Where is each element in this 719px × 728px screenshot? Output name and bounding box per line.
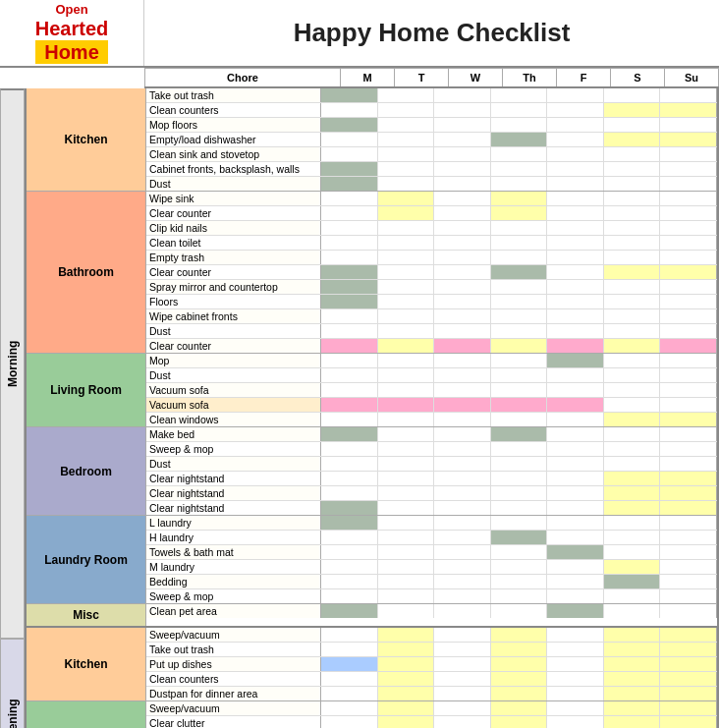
day-cell [604, 457, 661, 471]
chore-rows-kitchen-evening: Sweep/vacuumTake out trashPut up dishesC… [146, 628, 717, 700]
day-cells [321, 295, 717, 308]
day-cell [660, 295, 717, 308]
chore-name: Clear nightstand [146, 501, 321, 515]
chore-rows-kitchen-morning: Take out trashClean countersMop floorsEm… [146, 88, 717, 191]
chore-name: Mop floors [146, 118, 321, 132]
day-cell [547, 265, 604, 279]
day-cell [547, 687, 604, 700]
day-cell [321, 604, 378, 618]
day-cell [547, 162, 604, 176]
day-header-su: Su [665, 69, 719, 86]
day-cells [321, 575, 717, 588]
day-cell [434, 575, 491, 588]
room-label-livingroom-evening: Living Room [27, 701, 146, 728]
day-cell [547, 589, 604, 603]
day-cell [547, 560, 604, 574]
day-cell [491, 192, 548, 205]
chore-row: Vacuum sofa [146, 398, 717, 413]
day-cells [321, 192, 717, 205]
day-cell [491, 657, 548, 671]
day-cell [604, 442, 661, 456]
day-cell [660, 672, 717, 686]
logo-home: Home [35, 40, 108, 64]
day-cell [660, 687, 717, 700]
day-cell [491, 251, 548, 264]
day-cell [378, 265, 435, 279]
day-cell [660, 560, 717, 574]
day-cell [604, 472, 661, 485]
day-cell [491, 383, 548, 397]
day-cell [660, 457, 717, 471]
chore-name: Dust [146, 368, 321, 382]
day-cell [660, 177, 717, 191]
chore-name: Vacuum sofa [146, 383, 321, 397]
day-cell [378, 295, 435, 308]
day-cell [321, 147, 378, 161]
chore-rows-livingroom-evening: Sweep/vacuumClear clutterClear clutterCl… [146, 701, 717, 728]
day-cell [321, 192, 378, 205]
chore-name: Clear nightstand [146, 486, 321, 500]
page-title: Happy Home Checklist [144, 8, 719, 58]
day-cell [491, 221, 548, 235]
day-cell [491, 236, 548, 250]
chore-name: Clean counters [146, 103, 321, 117]
chore-row: H laundry [146, 531, 717, 545]
day-cells [321, 589, 717, 603]
day-header-t: T [395, 69, 449, 86]
day-cell [547, 221, 604, 235]
day-cells [321, 687, 717, 700]
day-cell [547, 147, 604, 161]
day-cell [660, 354, 717, 367]
day-cell [321, 643, 378, 656]
day-cell [321, 501, 378, 515]
day-cell [434, 398, 491, 412]
day-cell [434, 486, 491, 500]
day-cell [491, 628, 548, 642]
day-cell [660, 147, 717, 161]
chore-name: Dust [146, 457, 321, 471]
day-cell [434, 687, 491, 700]
day-cell [604, 206, 661, 220]
chore-name: Mop [146, 354, 321, 367]
day-header-m: M [341, 69, 395, 86]
chore-rows-laundry-morning: L laundryH laundryTowels & bath matM lau… [146, 516, 717, 603]
day-cells [321, 88, 717, 102]
day-cell [491, 716, 548, 728]
day-cells [321, 324, 717, 338]
day-cell [547, 236, 604, 250]
day-cell [378, 398, 435, 412]
chore-row: Clear nightstand [146, 486, 717, 501]
day-cell [434, 442, 491, 456]
chore-row: Clean counters [146, 672, 717, 687]
chore-rows-bathroom-morning: Wipe sinkClear counterClip kid nailsClea… [146, 192, 717, 353]
day-cell [434, 560, 491, 574]
day-cell [660, 545, 717, 559]
day-cell [491, 103, 548, 117]
day-cell [378, 560, 435, 574]
day-cell [321, 236, 378, 250]
day-cell [321, 221, 378, 235]
chore-column-header: Chore [144, 69, 341, 86]
chore-row: Clear counter [146, 339, 717, 353]
day-cell [434, 472, 491, 485]
day-cell [604, 604, 661, 618]
chore-row: Take out trash [146, 643, 717, 657]
chore-row: Make bed [146, 427, 717, 442]
day-cell [378, 192, 435, 205]
day-cell [660, 133, 717, 146]
day-cell [604, 88, 661, 102]
day-cell [321, 472, 378, 485]
room-kitchen-morning: KitchenTake out trashClean countersMop f… [27, 88, 717, 192]
day-cell [378, 413, 435, 426]
day-cells [321, 657, 717, 671]
day-cell [378, 309, 435, 323]
day-cell [378, 324, 435, 338]
day-cell [491, 88, 548, 102]
day-cells [321, 701, 717, 715]
day-cell [378, 383, 435, 397]
chore-row: Dustpan for dinner area [146, 687, 717, 700]
chore-name: Bedding [146, 575, 321, 588]
chore-name: Clean toilet [146, 236, 321, 250]
day-cell [547, 501, 604, 515]
day-cell [547, 427, 604, 441]
